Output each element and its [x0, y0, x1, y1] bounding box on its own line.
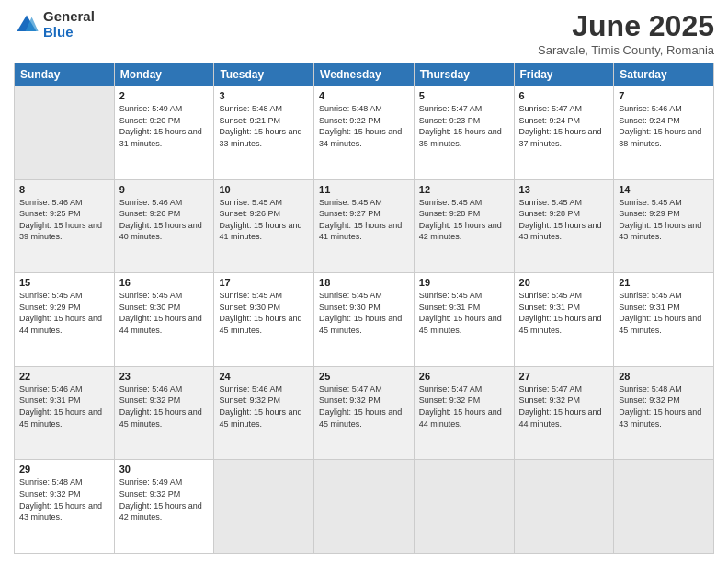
table-row: 9 Sunrise: 5:46 AMSunset: 9:26 PMDayligh… — [114, 179, 214, 273]
table-row: 3 Sunrise: 5:48 AMSunset: 9:21 PMDayligh… — [214, 86, 314, 180]
table-row: 20 Sunrise: 5:45 AMSunset: 9:31 PMDaylig… — [514, 273, 614, 367]
table-row: 21 Sunrise: 5:45 AMSunset: 9:31 PMDaylig… — [614, 273, 714, 367]
logo-general-text: General — [43, 9, 95, 25]
table-row: 6 Sunrise: 5:47 AMSunset: 9:24 PMDayligh… — [514, 86, 614, 180]
table-row: 30 Sunrise: 5:49 AMSunset: 9:32 PMDaylig… — [114, 460, 214, 554]
table-row: 22 Sunrise: 5:46 AMSunset: 9:31 PMDaylig… — [15, 366, 115, 460]
calendar-table: Sunday Monday Tuesday Wednesday Thursday… — [14, 63, 714, 554]
col-sunday: Sunday — [15, 63, 115, 86]
col-saturday: Saturday — [614, 63, 714, 86]
table-row: 5 Sunrise: 5:47 AMSunset: 9:23 PMDayligh… — [414, 86, 514, 180]
logo-text: General Blue — [43, 9, 95, 40]
table-row: 16 Sunrise: 5:45 AMSunset: 9:30 PMDaylig… — [114, 273, 214, 367]
table-row: 17 Sunrise: 5:45 AMSunset: 9:30 PMDaylig… — [214, 273, 314, 367]
table-row: 19 Sunrise: 5:45 AMSunset: 9:31 PMDaylig… — [414, 273, 514, 367]
logo-icon — [14, 12, 40, 38]
table-row: 11 Sunrise: 5:45 AMSunset: 9:27 PMDaylig… — [314, 179, 415, 273]
empty-cell — [314, 460, 415, 554]
location-subtitle: Saravale, Timis County, Romania — [538, 43, 714, 57]
header: General Blue June 2025 Saravale, Timis C… — [14, 9, 714, 57]
empty-cell — [514, 460, 614, 554]
table-row: 12 Sunrise: 5:45 AMSunset: 9:28 PMDaylig… — [414, 179, 514, 273]
logo: General Blue — [14, 9, 95, 40]
table-row: 2 Sunrise: 5:49 AMSunset: 9:20 PMDayligh… — [114, 86, 214, 180]
empty-cell — [214, 460, 314, 554]
week-row-5: 29 Sunrise: 5:48 AMSunset: 9:32 PMDaylig… — [15, 460, 714, 554]
table-row: 14 Sunrise: 5:45 AMSunset: 9:29 PMDaylig… — [614, 179, 714, 273]
title-block: June 2025 Saravale, Timis County, Romani… — [538, 9, 714, 57]
empty-cell — [614, 460, 714, 554]
table-row: 4 Sunrise: 5:48 AMSunset: 9:22 PMDayligh… — [314, 86, 415, 180]
week-row-2: 8 Sunrise: 5:46 AMSunset: 9:25 PMDayligh… — [15, 179, 714, 273]
table-row: 23 Sunrise: 5:46 AMSunset: 9:32 PMDaylig… — [114, 366, 214, 460]
table-row: 29 Sunrise: 5:48 AMSunset: 9:32 PMDaylig… — [15, 460, 115, 554]
month-title: June 2025 — [538, 9, 714, 43]
table-row: 25 Sunrise: 5:47 AMSunset: 9:32 PMDaylig… — [314, 366, 415, 460]
page: General Blue June 2025 Saravale, Timis C… — [0, 0, 728, 563]
table-row: 15 Sunrise: 5:45 AMSunset: 9:29 PMDaylig… — [15, 273, 115, 367]
table-row: 24 Sunrise: 5:46 AMSunset: 9:32 PMDaylig… — [214, 366, 314, 460]
col-tuesday: Tuesday — [214, 63, 314, 86]
table-row: 10 Sunrise: 5:45 AMSunset: 9:26 PMDaylig… — [214, 179, 314, 273]
week-row-4: 22 Sunrise: 5:46 AMSunset: 9:31 PMDaylig… — [15, 366, 714, 460]
col-monday: Monday — [114, 63, 214, 86]
table-row: 13 Sunrise: 5:45 AMSunset: 9:28 PMDaylig… — [514, 179, 614, 273]
table-row: 28 Sunrise: 5:48 AMSunset: 9:32 PMDaylig… — [614, 366, 714, 460]
empty-cell — [15, 86, 115, 180]
col-wednesday: Wednesday — [314, 63, 415, 86]
col-thursday: Thursday — [414, 63, 514, 86]
empty-cell — [414, 460, 514, 554]
calendar-header-row: Sunday Monday Tuesday Wednesday Thursday… — [15, 63, 714, 86]
table-row: 7 Sunrise: 5:46 AMSunset: 9:24 PMDayligh… — [614, 86, 714, 180]
week-row-3: 15 Sunrise: 5:45 AMSunset: 9:29 PMDaylig… — [15, 273, 714, 367]
table-row: 26 Sunrise: 5:47 AMSunset: 9:32 PMDaylig… — [414, 366, 514, 460]
table-row: 18 Sunrise: 5:45 AMSunset: 9:30 PMDaylig… — [314, 273, 415, 367]
table-row: 8 Sunrise: 5:46 AMSunset: 9:25 PMDayligh… — [15, 179, 115, 273]
logo-blue-text: Blue — [43, 25, 95, 40]
week-row-1: 2 Sunrise: 5:49 AMSunset: 9:20 PMDayligh… — [15, 86, 714, 180]
table-row: 27 Sunrise: 5:47 AMSunset: 9:32 PMDaylig… — [514, 366, 614, 460]
col-friday: Friday — [514, 63, 614, 86]
